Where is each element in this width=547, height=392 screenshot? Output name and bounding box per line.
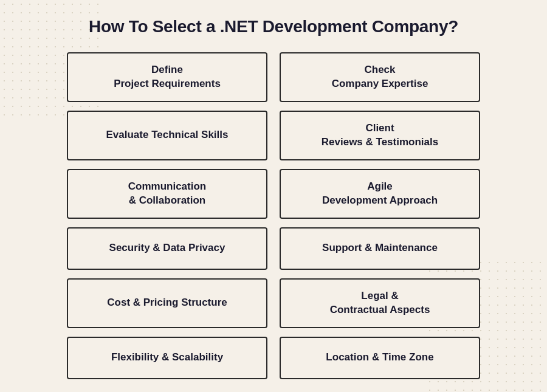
card-agile-text: AgileDevelopment Approach: [322, 180, 438, 208]
card-client-reviews-text: ClientReviews & Testimonials: [322, 122, 438, 150]
card-flexibility: Flexibility & Scalability: [67, 337, 267, 379]
page-title: How To Select a .NET Development Company…: [89, 17, 458, 36]
card-define-project: DefineProject Requirements: [67, 52, 267, 102]
main-container: How To Select a .NET Development Company…: [0, 0, 547, 392]
card-flexibility-text: Flexibility & Scalability: [111, 351, 223, 365]
card-legal-text: Legal &Contractual Aspects: [330, 289, 430, 317]
cards-grid: DefineProject Requirements CheckCompany …: [67, 52, 480, 379]
card-evaluate-skills: Evaluate Technical Skills: [67, 111, 267, 160]
card-define-project-text: DefineProject Requirements: [114, 63, 221, 91]
card-evaluate-skills-text: Evaluate Technical Skills: [106, 128, 229, 142]
card-cost: Cost & Pricing Structure: [67, 278, 267, 328]
card-communication-text: Communication& Collaboration: [128, 180, 206, 208]
card-support-text: Support & Maintenance: [322, 241, 438, 255]
card-location: Location & Time Zone: [280, 337, 480, 379]
card-support: Support & Maintenance: [280, 227, 480, 270]
card-check-expertise-text: CheckCompany Expertise: [332, 63, 428, 91]
card-check-expertise: CheckCompany Expertise: [280, 52, 480, 102]
card-security: Security & Data Privacy: [67, 227, 267, 270]
card-security-text: Security & Data Privacy: [109, 241, 225, 255]
card-legal: Legal &Contractual Aspects: [280, 278, 480, 328]
card-location-text: Location & Time Zone: [326, 351, 433, 365]
card-agile: AgileDevelopment Approach: [280, 169, 480, 219]
card-client-reviews: ClientReviews & Testimonials: [280, 111, 480, 160]
card-communication: Communication& Collaboration: [67, 169, 267, 219]
card-cost-text: Cost & Pricing Structure: [107, 296, 227, 310]
